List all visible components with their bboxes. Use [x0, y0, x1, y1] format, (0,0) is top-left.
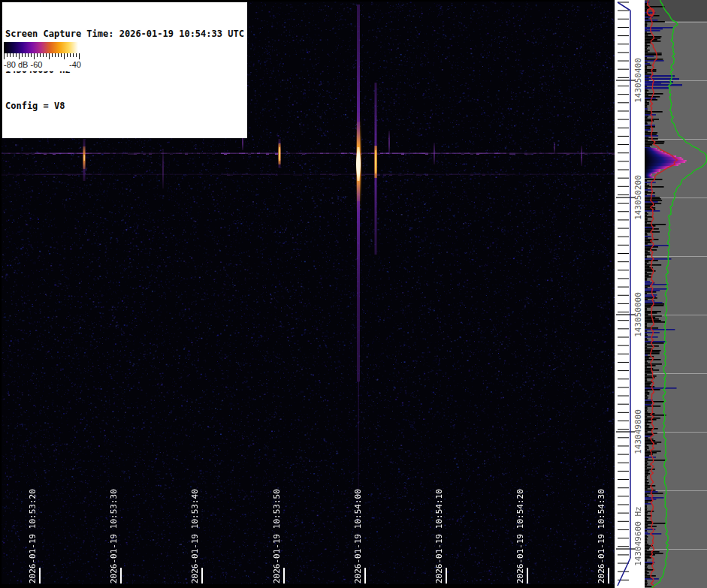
freq-label: 143050400 [633, 24, 643, 137]
frequency-axis: 1430504001430502001430500001430498001430… [615, 0, 645, 588]
colorbar-tick [67, 53, 68, 57]
colorbar-tick [10, 53, 11, 57]
freq-label: 143049800 [633, 375, 643, 488]
time-tick [608, 568, 609, 583]
colorbar-tick [13, 53, 14, 57]
time-label: 2026-01-19 10:54:20 [515, 471, 526, 583]
freq-tick [618, 2, 630, 11]
colorbar-tick [76, 53, 77, 57]
time-tick [120, 568, 122, 583]
time-tick [527, 568, 528, 583]
colorbar-tick [40, 53, 41, 57]
colorbar-tick [37, 53, 38, 57]
colorbar-tick [70, 53, 71, 57]
colorbar-tick [25, 53, 26, 57]
colorbar-labels: -80 dB -60 -40 [2, 60, 83, 71]
colorbar-label-left: -80 dB -60 [4, 60, 42, 70]
colorbar-gradient [4, 42, 78, 53]
time-label: 2026-01-19 10:53:30 [109, 471, 119, 583]
colorbar-tick [52, 53, 53, 57]
colorbar-tick [61, 53, 62, 57]
colorbar-tick [19, 53, 20, 59]
time-tick [283, 568, 285, 583]
colorbar-tick [55, 53, 56, 57]
colorbar-tick [79, 53, 80, 59]
colorbar-tick [4, 53, 5, 59]
time-tick [39, 568, 41, 583]
freq-label: 143050200 [633, 141, 643, 254]
colorbar-tick [16, 53, 17, 57]
colorbar-tick [31, 53, 32, 57]
spectrum-side-panel [645, 0, 707, 588]
time-label: 2026-01-19 10:53:50 [272, 471, 282, 583]
colorbar-tick [46, 53, 47, 57]
freq-label: 143049600 Hz [633, 480, 643, 588]
colorbar-tick [58, 53, 59, 57]
time-tick [364, 568, 366, 583]
colorbar-tick [34, 53, 35, 59]
colorbar-tick [28, 53, 29, 57]
time-label: 2026-01-19 10:53:20 [28, 471, 38, 583]
intensity-colorbar: -80 dB -60 -40 [2, 42, 83, 71]
spectrogram-app: 2026-01-19 10:53:202026-01-19 10:53:3020… [0, 0, 707, 588]
time-tick [446, 568, 447, 583]
config-text: Config = V8 [5, 100, 244, 112]
time-label: 2026-01-19 10:53:40 [190, 471, 201, 583]
colorbar-tick [43, 53, 44, 57]
colorbar-tick [49, 53, 50, 59]
colorbar-tick [64, 53, 65, 59]
time-tick [201, 568, 203, 583]
colorbar-tick [22, 53, 23, 57]
capture-time-text: Screen Capture Time: 2026-01-19 10:54:33… [5, 28, 244, 40]
colorbar-label-right: -40 [69, 60, 81, 70]
freq-label: 143050000 [633, 258, 643, 371]
time-label: 2026-01-19 10:54:30 [597, 471, 607, 583]
time-label: 2026-01-19 10:54:10 [434, 471, 445, 583]
time-label: 2026-01-19 10:54:00 [353, 471, 364, 583]
colorbar-tick [73, 53, 74, 57]
colorbar-tick [7, 53, 8, 57]
colorbar-ticks [2, 53, 83, 60]
